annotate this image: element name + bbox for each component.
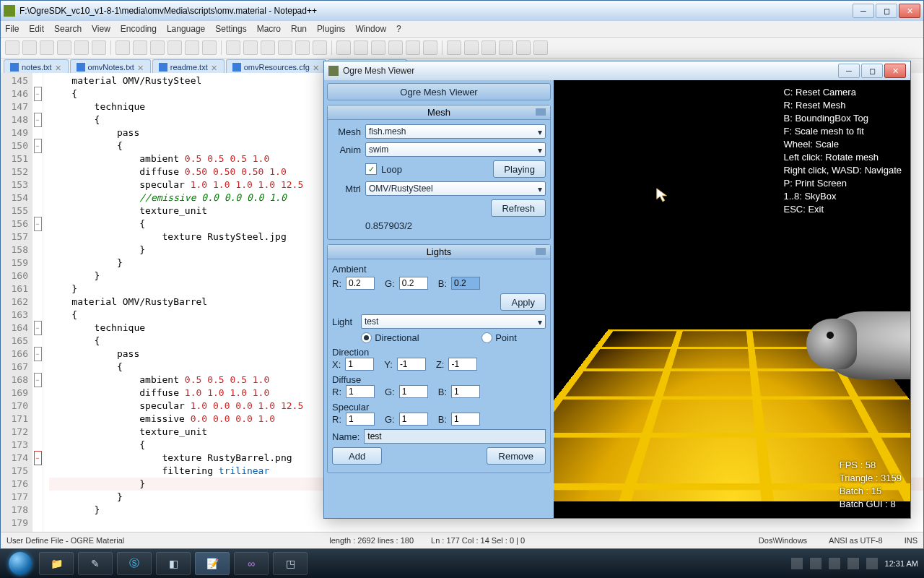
task-explorer[interactable]: 📁: [39, 552, 74, 575]
ambient-b-input[interactable]: [451, 277, 480, 290]
loop-checkbox[interactable]: ✓: [365, 163, 377, 175]
toolbar-button[interactable]: [133, 40, 147, 55]
toolbar-button[interactable]: [167, 40, 182, 55]
toolbar-button[interactable]: [185, 40, 199, 55]
menu-?[interactable]: ?: [396, 24, 401, 34]
ambient-r-input[interactable]: [346, 277, 375, 290]
toolbar-button[interactable]: [313, 40, 327, 55]
toolbar-button[interactable]: [221, 40, 222, 55]
task-app[interactable]: ✎: [78, 552, 113, 575]
ogre-close-button[interactable]: ✕: [884, 64, 906, 78]
tray-icon[interactable]: [791, 558, 803, 569]
toolbar-button[interactable]: [295, 40, 310, 55]
toolbar-button[interactable]: [116, 40, 130, 55]
tray-icon[interactable]: [810, 558, 821, 569]
minimize-button[interactable]: ─: [853, 4, 874, 18]
dir-y-input[interactable]: [397, 358, 426, 371]
tray-icon[interactable]: [829, 558, 840, 569]
collapse-icon[interactable]: [536, 248, 546, 255]
toolbar-button[interactable]: [40, 40, 54, 55]
3d-viewport[interactable]: C: Reset CameraR: Reset MeshB: BoundingB…: [554, 80, 910, 518]
close-icon[interactable]: ✕: [211, 64, 218, 71]
menu-plugins[interactable]: Plugins: [317, 24, 345, 34]
menu-search[interactable]: Search: [54, 24, 82, 34]
play-button[interactable]: Playing: [493, 160, 546, 178]
menu-file[interactable]: File: [5, 24, 19, 34]
toolbar-button[interactable]: [388, 40, 403, 55]
start-button[interactable]: [6, 549, 35, 578]
npp-titlebar[interactable]: F:\OgreSDK_vc10_v1-8-1\media\omvMedia\sc…: [1, 1, 923, 21]
apply-button[interactable]: Apply: [500, 293, 546, 311]
dir-z-input[interactable]: [448, 358, 477, 371]
menu-settings[interactable]: Settings: [215, 24, 246, 34]
clock[interactable]: 12:31 AM: [885, 559, 918, 569]
dir-x-input[interactable]: [345, 358, 374, 371]
toolbar-button[interactable]: [243, 40, 258, 55]
maximize-button[interactable]: ◻: [876, 4, 897, 18]
task-skype[interactable]: Ⓢ: [117, 552, 152, 575]
tab-notes-txt[interactable]: notes.txt✕: [4, 59, 69, 74]
diff-g-input[interactable]: [399, 385, 428, 398]
toolbar-button[interactable]: [354, 40, 368, 55]
close-button[interactable]: ✕: [899, 4, 920, 18]
toolbar-button[interactable]: [202, 40, 217, 55]
tab-omvNotes-txt[interactable]: omvNotes.txt✕: [70, 59, 151, 74]
toolbar-button[interactable]: [423, 40, 437, 55]
close-icon[interactable]: ✕: [137, 64, 144, 71]
toolbar-button[interactable]: [261, 40, 275, 55]
menu-language[interactable]: Language: [167, 24, 205, 34]
point-radio[interactable]: [481, 332, 492, 343]
toolbar-button[interactable]: [331, 40, 332, 55]
tray[interactable]: 12:31 AM: [791, 558, 918, 569]
anim-combo[interactable]: swim: [365, 142, 546, 157]
tray-icon[interactable]: [847, 558, 859, 569]
light-combo[interactable]: test: [361, 314, 546, 329]
toolbar-button[interactable]: [406, 40, 420, 55]
menu-window[interactable]: Window: [355, 24, 386, 34]
toolbar-button[interactable]: [92, 40, 106, 55]
mesh-combo[interactable]: fish.mesh: [365, 124, 546, 139]
toolbar-button[interactable]: [464, 40, 479, 55]
collapse-icon[interactable]: [536, 108, 546, 116]
diff-r-input[interactable]: [346, 385, 375, 398]
toolbar-button[interactable]: [481, 40, 496, 55]
fold-margin[interactable]: −−−−−−−−: [32, 73, 43, 532]
menu-view[interactable]: View: [92, 24, 110, 34]
ogre-titlebar[interactable]: Ogre Mesh Viewer ─ ◻ ✕: [324, 61, 910, 80]
toolbar-button[interactable]: [447, 40, 461, 55]
close-icon[interactable]: ✕: [313, 64, 320, 71]
spec-g-input[interactable]: [399, 413, 428, 426]
name-input[interactable]: [364, 429, 546, 444]
toolbar-button[interactable]: [336, 40, 351, 55]
menu-run[interactable]: Run: [291, 24, 307, 34]
menu-macro[interactable]: Macro: [257, 24, 281, 34]
toolbar-button[interactable]: [278, 40, 292, 55]
task-vs[interactable]: ∞: [234, 552, 269, 575]
diff-b-input[interactable]: [451, 385, 480, 398]
toolbar-button[interactable]: [150, 40, 165, 55]
toolbar-button[interactable]: [499, 40, 513, 55]
tab-omvResources-cfg[interactable]: omvResources.cfg✕: [226, 59, 326, 74]
menu-edit[interactable]: Edit: [29, 24, 44, 34]
toolbar-button[interactable]: [110, 40, 111, 55]
toolbar-button[interactable]: [442, 40, 443, 55]
remove-button[interactable]: Remove: [487, 447, 546, 465]
toolbar-button[interactable]: [226, 40, 240, 55]
close-icon[interactable]: ✕: [55, 64, 62, 71]
directional-radio[interactable]: [361, 332, 372, 343]
task-ogre[interactable]: ◳: [273, 552, 308, 575]
toolbar-button[interactable]: [371, 40, 385, 55]
ambient-g-input[interactable]: [399, 277, 428, 290]
menu-encoding[interactable]: Encoding: [121, 24, 157, 34]
toolbar-button[interactable]: [74, 40, 89, 55]
mtrl-combo[interactable]: OMV/RustySteel: [365, 181, 546, 196]
task-app2[interactable]: ◧: [156, 552, 191, 575]
ogre-maximize-button[interactable]: ◻: [861, 64, 883, 78]
refresh-button[interactable]: Refresh: [491, 199, 546, 217]
toolbar-button[interactable]: [516, 40, 531, 55]
tab-readme-txt[interactable]: readme.txt✕: [152, 59, 225, 74]
spec-r-input[interactable]: [346, 413, 375, 426]
ogre-minimize-button[interactable]: ─: [838, 64, 860, 78]
toolbar-button[interactable]: [533, 40, 548, 55]
task-notepadpp[interactable]: 📝: [195, 552, 230, 575]
